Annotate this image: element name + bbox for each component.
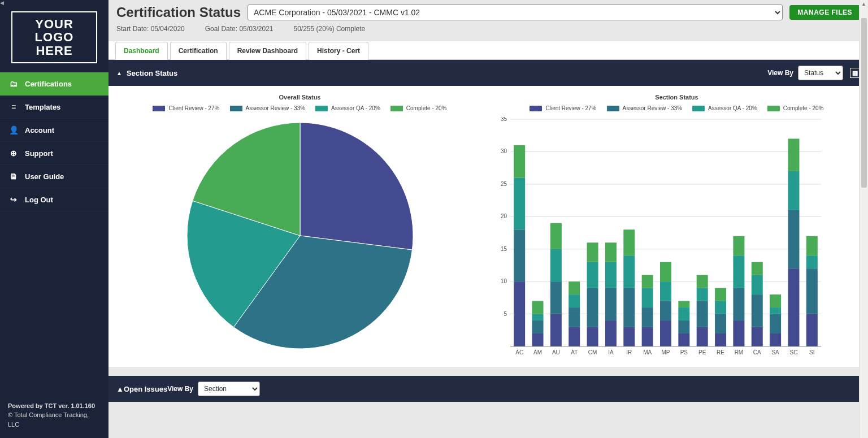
section-status-title: Section Status <box>127 69 177 77</box>
bar-segment <box>568 327 580 346</box>
svg-text:20: 20 <box>501 214 507 220</box>
sidebar: ◀ YOUR LOGO HERE 🗂Certifications≡Templat… <box>0 0 108 438</box>
bar-segment <box>532 320 544 333</box>
bar-segment <box>806 269 818 314</box>
collapse-caret-icon[interactable]: ▲ <box>116 70 122 76</box>
legend-swatch <box>530 106 542 111</box>
scroll-up-arrow-icon[interactable]: ▲ <box>861 0 866 8</box>
sidebar-item-log-out[interactable]: ↪Log Out <box>0 188 108 211</box>
legend-item: Client Review - 27% <box>153 105 219 111</box>
copyright-text: © Total Compliance Tracking, LLC <box>8 410 101 429</box>
manage-files-button[interactable]: MANAGE FILES <box>789 5 860 20</box>
tab-certification[interactable]: Certification <box>170 42 227 60</box>
svg-text:IA: IA <box>608 349 614 355</box>
logo-line: LOGO <box>35 31 74 44</box>
scroll-thumb[interactable] <box>861 18 867 188</box>
pie-slice-client_review <box>300 123 413 250</box>
tab-review-dashboard[interactable]: Review Dashboard <box>229 42 306 60</box>
bar-segment <box>752 327 763 346</box>
legend-swatch <box>390 106 403 111</box>
logo-line: HERE <box>35 44 74 57</box>
chart-legend: Client Review - 27%Assessor Review - 33%… <box>491 105 862 111</box>
sidebar-item-user-guide[interactable]: 🗎User Guide <box>0 165 108 188</box>
bar-segment <box>678 320 689 333</box>
bar-segment <box>605 262 617 288</box>
legend-item: Complete - 20% <box>390 105 447 111</box>
svg-text:AU: AU <box>552 349 560 355</box>
bar-segment <box>623 327 635 346</box>
bar-segment <box>752 294 763 327</box>
svg-text:AT: AT <box>571 349 578 355</box>
sidebar-item-certifications[interactable]: 🗂Certifications <box>0 72 108 96</box>
open-issues-view-by-select[interactable]: Section <box>198 381 260 396</box>
open-issues-title: Open Issues <box>124 385 167 393</box>
svg-text:MA: MA <box>643 349 652 355</box>
bar-segment <box>660 301 671 320</box>
bar-segment <box>532 301 544 314</box>
sidebar-item-support[interactable]: ⊕Support <box>0 142 108 165</box>
bar-segment <box>587 288 598 327</box>
bar-segment <box>605 288 617 320</box>
bar-segment <box>770 294 781 307</box>
bar-segment <box>715 301 726 314</box>
svg-text:5: 5 <box>504 311 507 317</box>
log-out-icon: ↪ <box>9 195 18 204</box>
chart-legend: Client Review - 27%Assessor Review - 33%… <box>114 105 485 111</box>
section-status-bar[interactable]: ▲ Section Status View By Status ▦ <box>108 60 868 86</box>
bar-segment <box>514 230 525 282</box>
bar-segment <box>752 275 763 294</box>
support-icon: ⊕ <box>9 149 18 158</box>
view-by-select[interactable]: Status <box>798 66 843 80</box>
bar-segment <box>770 333 781 346</box>
sidebar-item-templates[interactable]: ≡Templates <box>0 96 108 119</box>
bar-segment <box>587 243 598 262</box>
bar-segment <box>550 282 562 314</box>
sidebar-collapse-handle[interactable]: ◀ <box>0 0 6 7</box>
legend-swatch <box>767 106 780 111</box>
svg-text:15: 15 <box>501 246 507 252</box>
sidebar-item-account[interactable]: 👤Account <box>0 119 108 142</box>
tab-dashboard[interactable]: Dashboard <box>115 42 168 60</box>
bar-segment <box>605 320 617 346</box>
bar-segment <box>550 314 562 346</box>
tabs: DashboardCertificationReview DashboardHi… <box>108 41 868 60</box>
chart-title: Section Status <box>491 94 862 101</box>
sidebar-item-label: User Guide <box>25 172 64 181</box>
bar-segment <box>788 269 799 347</box>
legend-swatch <box>692 106 705 111</box>
svg-text:RE: RE <box>717 349 724 355</box>
bar-segment <box>733 256 744 288</box>
bar-segment <box>514 282 525 347</box>
svg-text:30: 30 <box>501 149 507 155</box>
bar-segment <box>568 307 580 327</box>
bar-segment <box>715 314 726 333</box>
bar-segment <box>605 243 617 262</box>
bar-segment <box>806 236 818 255</box>
meta-row: Start Date: 05/04/2020 Goal Date: 05/03/… <box>108 23 868 41</box>
certifications-icon: 🗂 <box>9 79 18 88</box>
open-issues-bar[interactable]: ▲ Open Issues View By Section <box>108 376 868 402</box>
bar-segment <box>660 320 671 346</box>
bar-segment <box>733 236 744 255</box>
certification-select[interactable]: ACME Corporation - 05/03/2021 - CMMC v1.… <box>248 5 783 20</box>
bar-segment <box>697 275 708 288</box>
bar-segment <box>623 288 635 327</box>
svg-text:10: 10 <box>501 279 507 285</box>
bar-segment <box>678 301 689 307</box>
goal-date: Goal Date: 05/03/2021 <box>205 25 274 33</box>
tab-history-cert[interactable]: History - Cert <box>309 42 368 60</box>
bar-segment <box>806 256 818 269</box>
header-bar: Certification Status ACME Corporation - … <box>108 0 868 23</box>
bar-segment <box>806 314 818 346</box>
pie-chart-svg <box>176 117 424 354</box>
svg-text:AC: AC <box>515 349 523 355</box>
collapse-caret-icon[interactable]: ▲ <box>116 385 124 393</box>
scrollbar[interactable]: ▲ <box>859 0 868 438</box>
bar-segment <box>623 230 635 256</box>
view-by-label: View By <box>167 385 193 393</box>
svg-text:35: 35 <box>501 117 507 122</box>
sidebar-item-label: Certifications <box>25 80 72 88</box>
legend-item: Complete - 20% <box>767 105 824 111</box>
page-title: Certification Status <box>116 5 241 20</box>
bar-chart-svg: 5101520253035ACAMAUATCMIAIRMAMPPSPERERMC… <box>491 117 824 360</box>
